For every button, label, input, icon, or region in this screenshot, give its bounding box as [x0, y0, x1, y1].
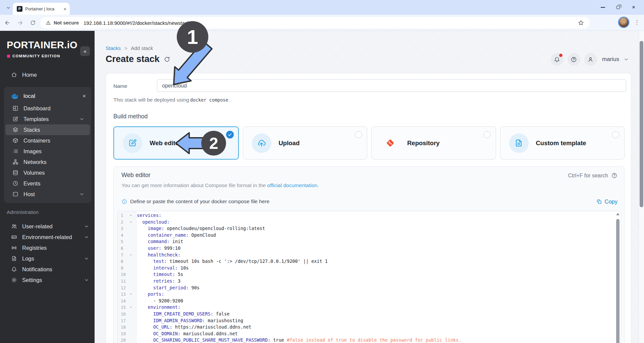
stack-name-input[interactable] — [157, 79, 626, 92]
code-editor[interactable]: 1▾services:2▾ opencloud:3 image: openclo… — [117, 211, 621, 343]
window-close-button[interactable]: × — [626, 0, 641, 15]
fold-spacer — [128, 238, 134, 245]
browser-menu-icon[interactable]: ⋮ — [634, 19, 640, 26]
scrollbar-up-arrow[interactable] — [616, 213, 620, 215]
browser-profile-avatar[interactable] — [619, 17, 629, 27]
main-content: marius Stacks > Add stack Create stack N… — [95, 31, 639, 343]
page-title-row: Create stack — [106, 54, 170, 64]
sidebar-item-networks[interactable]: Networks — [5, 157, 90, 167]
window-minimize-button[interactable] — [595, 0, 610, 15]
chevron-down-icon — [84, 224, 89, 229]
build-method-label: Web editor — [150, 139, 181, 147]
build-method-repository[interactable]: Repository — [371, 126, 496, 160]
browser-tab[interactable]: P Portainer | loca × — [13, 3, 70, 15]
code-text: healthcheck: — [134, 252, 180, 259]
build-method-upload[interactable]: Upload — [243, 126, 368, 160]
user-avatar[interactable] — [584, 53, 597, 66]
sidebar-environment-local[interactable]: local × — [4, 90, 91, 103]
build-method-web-editor[interactable]: Web editor — [113, 126, 239, 160]
sidebar-item-registries[interactable]: Registries — [0, 242, 95, 253]
fold-arrow-icon[interactable]: ▾ — [128, 219, 134, 226]
fold-arrow-icon[interactable]: ▾ — [128, 304, 134, 311]
line-number: 11 — [118, 278, 128, 285]
code-text: OC_DOMAIN: mariuscloud.ddns.net — [134, 331, 238, 337]
line-number: 3 — [118, 225, 128, 232]
sidebar-item-logs[interactable]: Logs — [0, 253, 95, 264]
question-circle-icon[interactable] — [611, 172, 618, 179]
deploy-note: This stack will be deployed usingdocker … — [113, 97, 231, 103]
sidebar-item-settings[interactable]: Settings — [0, 275, 95, 285]
fold-spacer — [128, 337, 134, 343]
sidebar-item-label: Stacks — [23, 127, 40, 133]
search-hint: Ctrl+F for search — [568, 172, 618, 179]
code-text: OC_SHARING_PUBLIC_SHARE_MUST_HAVE_PASSWO… — [134, 337, 461, 343]
editor-lines: 1▾services:2▾ opencloud:3 image: openclo… — [118, 212, 615, 343]
help-button[interactable] — [568, 53, 580, 66]
editor-scrollbar-thumb[interactable] — [616, 219, 620, 343]
fold-arrow-icon[interactable]: ▾ — [128, 212, 134, 219]
back-button[interactable] — [1, 16, 14, 30]
code-line: 3 image: opencloudeu/opencloud-rolling:l… — [118, 225, 615, 232]
fold-spacer — [128, 232, 134, 239]
sidebar-item-templates[interactable]: Templates — [5, 114, 90, 124]
build-method-custom-template[interactable]: Custom template — [500, 126, 625, 160]
chevron-down-icon — [84, 234, 89, 240]
sidebar-item-home[interactable]: Home — [0, 69, 95, 81]
page-scrollbar-thumb[interactable] — [640, 41, 643, 207]
sidebar-item-stacks[interactable]: Stacks — [5, 124, 90, 135]
line-number: 15 — [118, 304, 128, 311]
tab-search-chevron-icon[interactable] — [5, 4, 12, 11]
reload-button[interactable] — [26, 16, 40, 30]
sidebar-item-user-related[interactable]: User-related — [0, 221, 95, 232]
bookmark-star-icon[interactable] — [578, 19, 584, 26]
chevron-down-icon — [79, 116, 85, 122]
page-scrollbar[interactable] — [639, 31, 644, 343]
refresh-icon[interactable] — [164, 56, 170, 63]
browser-toolbar: Not secure 192.168.1.18:9000/#!/2/docker… — [0, 15, 644, 31]
browser-tab-strip: P Portainer | loca × × — [0, 0, 644, 15]
tab-close-icon[interactable]: × — [63, 6, 66, 11]
dashboard-icon — [12, 105, 19, 112]
radio-button[interactable] — [612, 131, 619, 138]
sidebar-item-environment-related[interactable]: Environment-related — [0, 232, 95, 242]
notifications-bell-button[interactable] — [551, 53, 564, 66]
bell-icon — [554, 56, 560, 63]
fold-arrow-icon[interactable]: ▾ — [128, 291, 134, 298]
code-line: 12 start_period: 90s — [118, 285, 615, 291]
administration-menu: User-relatedEnvironment-relatedRegistrie… — [0, 221, 95, 285]
copy-icon — [596, 199, 602, 205]
home-icon — [11, 71, 17, 78]
line-number: 10 — [118, 271, 128, 278]
radio-button[interactable] — [355, 131, 362, 138]
address-bar[interactable]: Not secure 192.168.1.18:9000/#!/2/docker… — [40, 17, 590, 28]
user-menu-chevron-icon[interactable] — [623, 56, 629, 62]
security-chip[interactable]: Not secure — [46, 20, 84, 25]
radio-button[interactable] — [484, 131, 491, 138]
sidebar-item-events[interactable]: Events — [5, 178, 90, 189]
official-documentation-link[interactable]: official documentation — [267, 182, 318, 188]
forward-button[interactable] — [13, 16, 27, 30]
sidebar-item-dashboard[interactable]: Dashboard — [5, 103, 90, 114]
sidebar-item-label: Host — [23, 191, 35, 197]
code-line: 17 IDM_ADMIN_PASSWORD: mariushosting — [118, 318, 615, 324]
sidebar-collapse-button[interactable]: « — [80, 46, 90, 56]
breadcrumb-current: Add stack — [131, 45, 153, 51]
sidebar-item-images[interactable]: Images — [5, 146, 90, 157]
copy-button[interactable]: Copy — [596, 198, 618, 205]
window-restore-button[interactable] — [610, 0, 626, 15]
code-text: interval: 10s — [134, 265, 189, 272]
sidebar-item-containers[interactable]: Containers — [5, 135, 90, 146]
sidebar-item-volumes[interactable]: Volumes — [5, 167, 90, 178]
fold-arrow-icon[interactable]: ▾ — [128, 252, 134, 259]
environment-close-icon[interactable]: × — [83, 93, 86, 100]
sidebar-item-host[interactable]: Host — [5, 189, 90, 199]
editor-scrollbar[interactable] — [616, 213, 620, 343]
fold-spacer — [128, 318, 134, 324]
breadcrumb-stacks-link[interactable]: Stacks — [106, 45, 121, 51]
templates-icon — [12, 116, 19, 122]
sidebar-item-notifications[interactable]: Notifications — [0, 264, 95, 275]
code-line: 18 OC_URL: https://mariuscloud.ddns.net — [118, 324, 615, 331]
create-stack-card: Name This stack will be deployed usingdo… — [106, 73, 631, 343]
code-line: 13▾ ports: — [118, 291, 615, 298]
web-editor-icon — [123, 133, 142, 153]
